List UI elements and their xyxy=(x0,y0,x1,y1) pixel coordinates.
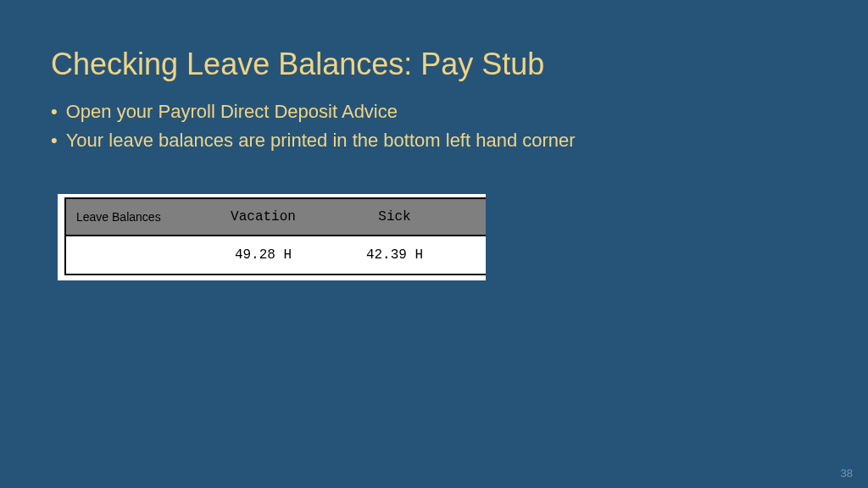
list-item: • Your leave balances are printed in the… xyxy=(51,130,817,152)
header-vacation: Vacation xyxy=(198,209,329,225)
vacation-value: 49.28 H xyxy=(198,247,329,263)
bullet-icon: • xyxy=(51,131,58,150)
paystub-snippet: Leave Balances Vacation Sick 49.28 H 42.… xyxy=(58,194,486,280)
paystub-table: Leave Balances Vacation Sick 49.28 H 42.… xyxy=(64,197,486,275)
bullet-text: Your leave balances are printed in the b… xyxy=(66,130,576,152)
slide-title: Checking Leave Balances: Pay Stub xyxy=(0,0,868,101)
header-label: Leave Balances xyxy=(66,210,198,224)
bullet-list: • Open your Payroll Direct Deposit Advic… xyxy=(0,101,868,152)
bullet-icon: • xyxy=(51,103,58,121)
bullet-text: Open your Payroll Direct Deposit Advice xyxy=(66,101,398,123)
list-item: • Open your Payroll Direct Deposit Advic… xyxy=(51,101,817,123)
page-number: 38 xyxy=(841,467,853,480)
sick-value: 42.39 H xyxy=(329,247,460,263)
header-sick: Sick xyxy=(329,209,460,225)
table-header-row: Leave Balances Vacation Sick xyxy=(66,199,486,236)
table-data-row: 49.28 H 42.39 H xyxy=(66,236,486,274)
